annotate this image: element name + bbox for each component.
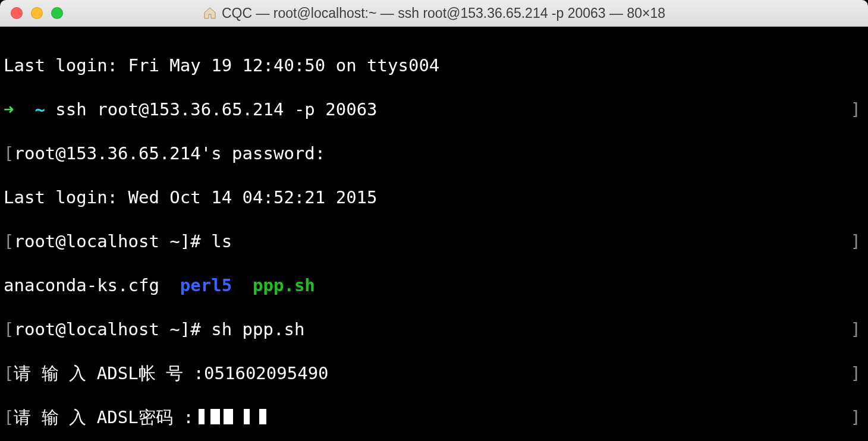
cmd-sh: sh ppp.sh: [211, 319, 304, 339]
prompt-arrow-icon: ➜: [4, 99, 14, 119]
adsl-pass-label: 请 输 入 ADSL密码 :: [14, 407, 193, 427]
title-wrap: CQC — root@localhost:~ — ssh root@153.36…: [0, 5, 868, 21]
line-adsl-user: [请 输 入 ADSL帐 号 :051602095490]: [4, 363, 864, 385]
bracket-open: [: [4, 231, 14, 251]
line-end-bracket: ]: [851, 363, 861, 385]
ssh-command: ssh root@153.36.65.214 -p 20063: [55, 99, 377, 119]
line-end-bracket: ]: [851, 319, 861, 341]
bracket-open: [: [4, 407, 14, 427]
adsl-user: 请 输 入 ADSL帐 号 :051602095490: [14, 363, 328, 383]
bracket-open: [: [4, 363, 14, 383]
zoom-icon[interactable]: [51, 7, 63, 19]
ls-file-ppp: ppp.sh: [253, 275, 315, 295]
line-end-bracket: ]: [851, 99, 861, 121]
password-prompt: root@153.36.65.214's password:: [14, 143, 325, 163]
line-adsl-pass: [请 输 入 ADSL密码 :]: [4, 407, 864, 429]
home-icon: [203, 6, 217, 20]
window-title: CQC — root@localhost:~ — ssh root@153.36…: [222, 5, 665, 21]
line-ssh-prompt: ➜ ~ ssh root@153.36.65.214 -p 20063]: [4, 99, 864, 121]
terminal-window: CQC — root@localhost:~ — ssh root@153.36…: [0, 0, 868, 441]
traffic-lights: [11, 7, 63, 19]
close-icon[interactable]: [11, 7, 23, 19]
root-prompt: root@localhost ~]#: [14, 231, 211, 251]
ls-file-cfg: anaconda-ks.cfg: [4, 275, 159, 295]
ls-file-perl5: perl5: [180, 275, 232, 295]
root-prompt: root@localhost ~]#: [14, 319, 211, 339]
prompt-tilde: ~: [34, 99, 45, 119]
line-last-login-remote: Last login: Wed Oct 14 04:52:21 2015: [4, 187, 864, 209]
line-ls: [root@localhost ~]# ls]: [4, 231, 864, 253]
cmd-ls: ls: [211, 231, 232, 251]
titlebar: CQC — root@localhost:~ — ssh root@153.36…: [0, 0, 868, 27]
line-end-bracket: ]: [851, 231, 861, 253]
bracket-open: [: [4, 143, 14, 163]
terminal-body[interactable]: Last login: Fri May 19 12:40:50 on ttys0…: [0, 27, 868, 441]
line-password: [root@153.36.65.214's password:: [4, 143, 864, 165]
line-end-bracket: ]: [851, 407, 861, 429]
line-ls-output: anaconda-ks.cfg perl5 ppp.sh: [4, 275, 864, 297]
bracket-open: [: [4, 319, 14, 339]
line-last-login-local: Last login: Fri May 19 12:40:50 on ttys0…: [4, 55, 864, 77]
minimize-icon[interactable]: [31, 7, 43, 19]
password-obscured-icon: [194, 409, 271, 424]
line-sh: [root@localhost ~]# sh ppp.sh]: [4, 319, 864, 341]
